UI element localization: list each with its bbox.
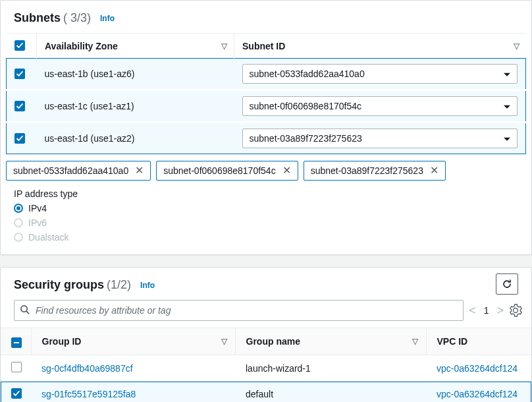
row-checkbox[interactable] <box>14 101 25 111</box>
vpc-id-link[interactable]: vpc-0a63264dcf124 <box>437 389 518 399</box>
sg-info-link[interactable]: Info <box>140 281 155 290</box>
radio-dualstack <box>14 233 23 242</box>
radio-ipv6 <box>14 218 23 227</box>
subnet-select[interactable]: subnet-0f060698e8170f54c <box>242 96 518 116</box>
subnet-row[interactable]: us-east-1c (use1-az1) subnet-0f060698e81… <box>7 90 526 123</box>
subnets-panel: Subnets ( 3/3) Info Availability Zone ▽ … <box>0 0 532 255</box>
col-group-name-header[interactable]: Group name ▽ <box>235 328 426 355</box>
subnets-info-link[interactable]: Info <box>100 14 115 23</box>
sg-count: (1/2) <box>107 278 131 292</box>
az-cell: us-east-1c (use1-az1) <box>37 90 234 123</box>
subnet-select[interactable]: subnet-0533fadd62aa410a0 <box>242 64 518 84</box>
row-checkbox[interactable] <box>11 388 22 399</box>
caret-down-icon: ▽ <box>514 42 519 51</box>
group-id-link[interactable]: sg-0cf4dfb40a69887cf <box>41 363 133 374</box>
security-groups-table: Group ID ▽ Group name ▽ VPC ID sg-0cf4df… <box>1 328 531 402</box>
group-id-link[interactable]: sg-01fc5517e59125fa8 <box>41 389 136 399</box>
settings-button[interactable] <box>509 304 522 317</box>
refresh-button[interactable] <box>496 273 518 295</box>
subnet-row[interactable]: us-east-1b (use1-az6) subnet-0533fadd62a… <box>7 59 526 90</box>
row-checkbox[interactable] <box>11 362 22 372</box>
sg-check-all-header <box>1 328 31 355</box>
refresh-icon <box>502 279 512 289</box>
subnets-check-all-header <box>7 34 37 59</box>
close-icon[interactable]: ✕ <box>135 165 144 176</box>
subnets-table: Availability Zone ▽ Subnet ID ▽ us-east-… <box>6 33 526 154</box>
svg-point-0 <box>21 306 27 312</box>
sg-row[interactable]: sg-0cf4dfb40a69887cf launch-wizard-1 vpc… <box>1 355 531 382</box>
subnet-chips: subnet-0533fadd62aa410a0 ✕ subnet-0f0606… <box>1 154 531 181</box>
col-group-id-header[interactable]: Group ID ▽ <box>31 328 235 355</box>
subnet-chip: subnet-0533fadd62aa410a0 ✕ <box>6 161 151 181</box>
page-number: 1 <box>484 305 489 316</box>
subnets-count: ( 3/3) <box>63 11 91 25</box>
group-name-cell: default <box>235 382 426 403</box>
sg-title: Security groups <box>14 278 104 292</box>
next-page[interactable]: > <box>496 304 504 318</box>
pagination: < 1 > <box>469 304 504 318</box>
close-icon[interactable]: ✕ <box>430 165 439 176</box>
gear-icon <box>509 304 522 317</box>
search-box <box>14 300 464 321</box>
ip-address-type-section: IP address type IPv4 IPv6 Dualstack <box>1 181 531 254</box>
subnets-header: Subnets ( 3/3) Info <box>1 1 531 33</box>
radio-ipv4[interactable] <box>14 204 23 213</box>
col-az-header[interactable]: Availability Zone ▽ <box>37 34 234 59</box>
close-icon[interactable]: ✕ <box>282 165 291 176</box>
radio-row[interactable]: IPv4 <box>14 203 518 214</box>
subnet-chip: subnet-0f060698e8170f54c ✕ <box>156 161 298 181</box>
subnet-chip: subnet-03a89f7223f275623 ✕ <box>304 161 446 181</box>
svg-line-1 <box>26 311 29 314</box>
ip-type-label: IP address type <box>14 188 518 199</box>
vpc-id-link[interactable]: vpc-0a63264dcf124 <box>437 363 518 374</box>
az-cell: us-east-1b (use1-az6) <box>37 59 234 90</box>
sg-check-all[interactable] <box>11 337 22 348</box>
search-input[interactable] <box>14 300 464 321</box>
radio-row: IPv6 <box>14 217 518 228</box>
group-name-cell: launch-wizard-1 <box>235 355 426 382</box>
prev-page[interactable]: < <box>469 304 476 318</box>
col-vpc-id-header[interactable]: VPC ID <box>426 328 531 355</box>
subnets-check-all[interactable] <box>14 40 25 51</box>
sg-toolbar: < 1 > <box>1 300 531 328</box>
caret-down-icon: ▽ <box>221 337 227 346</box>
caret-down-icon: ▽ <box>412 337 418 346</box>
col-subnet-id-header[interactable]: Subnet ID ▽ <box>234 34 526 59</box>
az-cell: us-east-1d (use1-az2) <box>37 123 234 154</box>
radio-row: Dualstack <box>14 232 518 243</box>
row-checkbox[interactable] <box>14 133 25 144</box>
security-groups-panel: Security groups (1/2) Info < 1 > <box>0 267 532 402</box>
subnets-title: Subnets <box>14 11 61 25</box>
row-checkbox[interactable] <box>14 69 25 79</box>
subnet-select[interactable]: subnet-03a89f7223f275623 <box>242 129 518 148</box>
search-icon <box>20 304 30 316</box>
caret-down-icon: ▽ <box>221 42 227 51</box>
subnet-row[interactable]: us-east-1d (use1-az2) subnet-03a89f7223f… <box>7 123 526 154</box>
sg-row[interactable]: sg-01fc5517e59125fa8 default vpc-0a63264… <box>1 382 531 403</box>
